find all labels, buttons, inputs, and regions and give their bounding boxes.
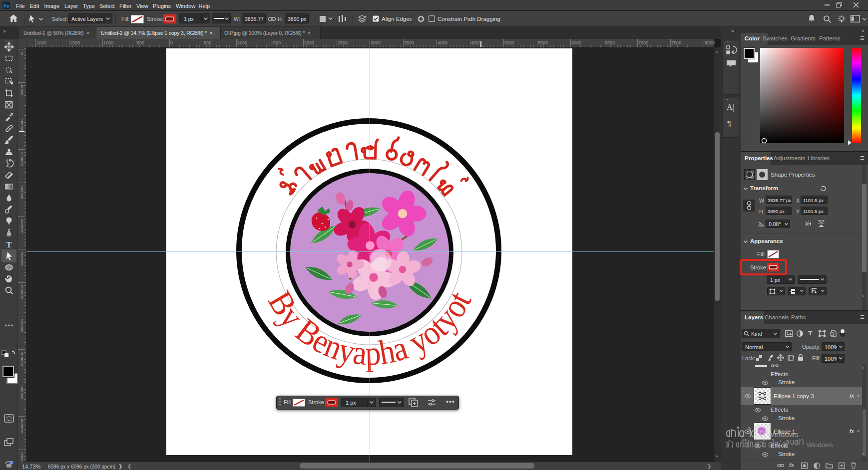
svg-text:Windows: Windows bbox=[767, 430, 799, 439]
svg-text:Windows: Windows bbox=[807, 441, 833, 449]
svg-text:Ps: Ps bbox=[3, 3, 9, 8]
svg-text:T: T bbox=[6, 240, 12, 249]
svg-text:+: + bbox=[365, 14, 367, 19]
